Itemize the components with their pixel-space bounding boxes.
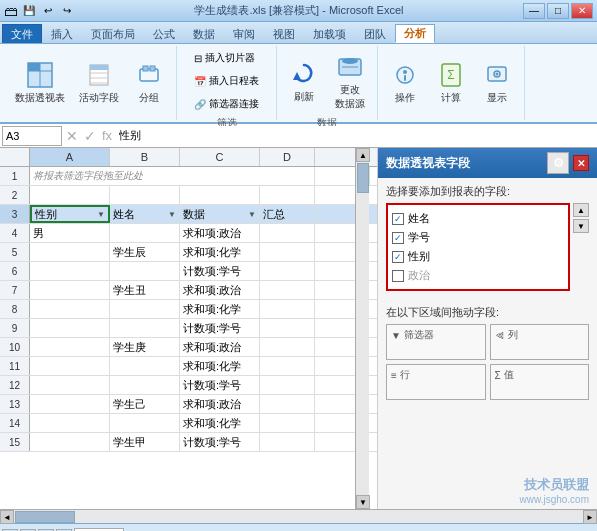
row-header-4[interactable]: 4 bbox=[0, 224, 30, 242]
cell-a1[interactable]: 将报表筛选字段拖至此处 bbox=[30, 167, 315, 185]
cell-a15[interactable] bbox=[30, 433, 110, 451]
checkbox-gender[interactable]: ✓ bbox=[392, 251, 404, 263]
cell-d14[interactable] bbox=[260, 414, 315, 432]
tab-team[interactable]: 团队 bbox=[355, 24, 395, 43]
pivot-gear-btn[interactable]: ⚙ bbox=[547, 152, 569, 174]
hscroll-left-btn[interactable]: ◄ bbox=[0, 510, 14, 524]
row-header-3[interactable]: 3 bbox=[0, 205, 30, 223]
cell-b6[interactable] bbox=[110, 262, 180, 280]
cell-d8[interactable] bbox=[260, 300, 315, 318]
tab-formula[interactable]: 公式 bbox=[144, 24, 184, 43]
cell-c7[interactable]: 求和项:政治 bbox=[180, 281, 260, 299]
checkbox-name[interactable]: ✓ bbox=[392, 213, 404, 225]
cell-d15[interactable] bbox=[260, 433, 315, 451]
undo-quick-btn[interactable]: ↩ bbox=[40, 3, 56, 19]
calculate-btn[interactable]: Σ 计算 bbox=[430, 56, 472, 108]
tab-data[interactable]: 数据 bbox=[184, 24, 224, 43]
row-header-11[interactable]: 11 bbox=[0, 357, 30, 375]
cell-a5[interactable] bbox=[30, 243, 110, 261]
name-box[interactable]: A3 bbox=[2, 126, 62, 146]
pivot-field-number[interactable]: ✓ 学号 bbox=[392, 228, 564, 247]
checkbox-politics[interactable] bbox=[392, 270, 404, 282]
insert-slicer-btn[interactable]: ⊟ 插入切片器 bbox=[189, 48, 264, 68]
scroll-down-btn[interactable]: ▼ bbox=[356, 495, 370, 509]
cell-d6[interactable] bbox=[260, 262, 315, 280]
formula-input[interactable] bbox=[116, 126, 595, 146]
hscroll-thumb[interactable] bbox=[15, 511, 75, 523]
cell-c10[interactable]: 求和项:政治 bbox=[180, 338, 260, 356]
tab-page-layout[interactable]: 页面布局 bbox=[82, 24, 144, 43]
cell-c15[interactable]: 计数项:学号 bbox=[180, 433, 260, 451]
row-header-9[interactable]: 9 bbox=[0, 319, 30, 337]
cell-d3[interactable]: 汇总 bbox=[260, 205, 315, 223]
cell-a6[interactable] bbox=[30, 262, 110, 280]
save-quick-btn[interactable]: 💾 bbox=[21, 3, 37, 19]
row-header-12[interactable]: 12 bbox=[0, 376, 30, 394]
cell-b2[interactable] bbox=[110, 186, 180, 204]
cell-c14[interactable]: 求和项:化学 bbox=[180, 414, 260, 432]
display-btn[interactable]: 显示 bbox=[476, 56, 518, 108]
cell-a4[interactable]: 男 bbox=[30, 224, 110, 242]
cell-c13[interactable]: 求和项:政治 bbox=[180, 395, 260, 413]
cell-c6[interactable]: 计数项:学号 bbox=[180, 262, 260, 280]
pivot-close-btn[interactable]: ✕ bbox=[573, 155, 589, 171]
cell-d2[interactable] bbox=[260, 186, 315, 204]
tab-review[interactable]: 审阅 bbox=[224, 24, 264, 43]
hscroll-right-btn[interactable]: ► bbox=[583, 510, 597, 524]
maximize-button[interactable]: □ bbox=[547, 3, 569, 19]
cell-c12[interactable]: 计数项:学号 bbox=[180, 376, 260, 394]
cell-b4[interactable] bbox=[110, 224, 180, 242]
pivot-table-btn[interactable]: 数据透视表 bbox=[10, 56, 70, 108]
cell-d12[interactable] bbox=[260, 376, 315, 394]
cell-c2[interactable] bbox=[180, 186, 260, 204]
cell-a2[interactable] bbox=[30, 186, 110, 204]
refresh-btn[interactable]: 刷新 bbox=[283, 55, 325, 107]
cell-b9[interactable] bbox=[110, 319, 180, 337]
cell-c8[interactable]: 求和项:化学 bbox=[180, 300, 260, 318]
tab-view[interactable]: 视图 bbox=[264, 24, 304, 43]
actions-btn[interactable]: 操作 bbox=[384, 56, 426, 108]
row-header-10[interactable]: 10 bbox=[0, 338, 30, 356]
pivot-field-politics[interactable]: 政治 bbox=[392, 266, 564, 285]
change-datasource-btn[interactable]: 更改数据源 bbox=[329, 48, 371, 114]
col-header-d[interactable]: D bbox=[260, 148, 315, 166]
cell-d5[interactable] bbox=[260, 243, 315, 261]
row-header-14[interactable]: 14 bbox=[0, 414, 30, 432]
cell-c4[interactable]: 求和项:政治 bbox=[180, 224, 260, 242]
tab-insert[interactable]: 插入 bbox=[42, 24, 82, 43]
filter-connection-btn[interactable]: 🔗 筛选器连接 bbox=[189, 94, 264, 114]
tab-analyze[interactable]: 分析 bbox=[395, 24, 435, 43]
cell-d10[interactable] bbox=[260, 338, 315, 356]
field-scroll-up[interactable]: ▲ bbox=[573, 203, 589, 217]
cell-a9[interactable] bbox=[30, 319, 110, 337]
pivot-field-name[interactable]: ✓ 姓名 bbox=[392, 209, 564, 228]
cell-b15[interactable]: 学生甲 bbox=[110, 433, 180, 451]
cell-a14[interactable] bbox=[30, 414, 110, 432]
vertical-scrollbar[interactable]: ▲ ▼ bbox=[355, 148, 369, 509]
scroll-up-btn[interactable]: ▲ bbox=[356, 148, 370, 162]
cell-b5[interactable]: 学生辰 bbox=[110, 243, 180, 261]
cell-c5[interactable]: 求和项:化学 bbox=[180, 243, 260, 261]
cell-b14[interactable] bbox=[110, 414, 180, 432]
cell-a3[interactable]: 性别 ▼ bbox=[30, 205, 110, 223]
cell-d11[interactable] bbox=[260, 357, 315, 375]
scroll-thumb[interactable] bbox=[357, 163, 369, 193]
tab-addins[interactable]: 加载项 bbox=[304, 24, 355, 43]
row-header-15[interactable]: 15 bbox=[0, 433, 30, 451]
row-header-1[interactable]: 1 bbox=[0, 167, 30, 185]
cell-b7[interactable]: 学生丑 bbox=[110, 281, 180, 299]
cell-d4[interactable] bbox=[260, 224, 315, 242]
cell-a8[interactable] bbox=[30, 300, 110, 318]
cell-a13[interactable] bbox=[30, 395, 110, 413]
close-button[interactable]: ✕ bbox=[571, 3, 593, 19]
cell-d9[interactable] bbox=[260, 319, 315, 337]
cell-b12[interactable] bbox=[110, 376, 180, 394]
col-header-c[interactable]: C bbox=[180, 148, 260, 166]
tab-file[interactable]: 文件 bbox=[2, 24, 42, 43]
group-btn[interactable]: 分组 bbox=[128, 56, 170, 108]
cell-c9[interactable]: 计数项:学号 bbox=[180, 319, 260, 337]
field-scroll-down[interactable]: ▼ bbox=[573, 219, 589, 233]
cell-b3[interactable]: 姓名 ▼ bbox=[110, 205, 180, 223]
row-header-6[interactable]: 6 bbox=[0, 262, 30, 280]
cell-b11[interactable] bbox=[110, 357, 180, 375]
